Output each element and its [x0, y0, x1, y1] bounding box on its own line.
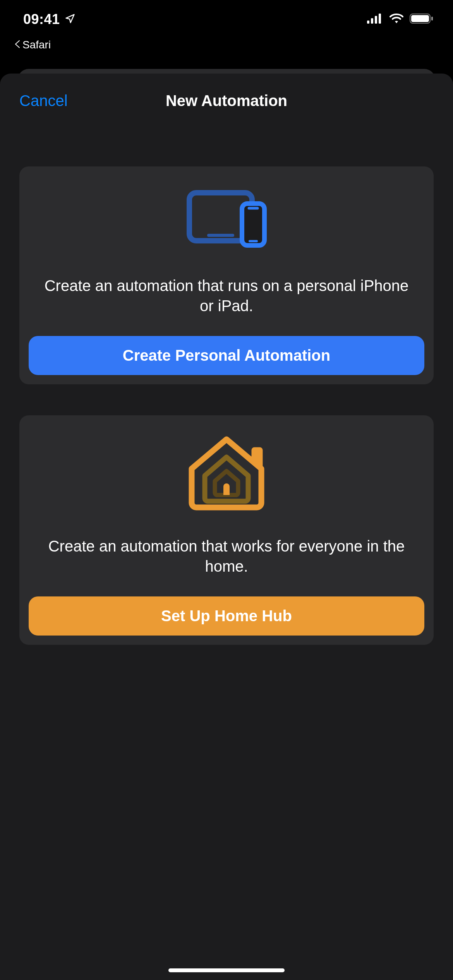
- cellular-signal-icon: [367, 14, 383, 25]
- battery-icon: [410, 13, 434, 26]
- modal-sheet: Cancel New Automation Create an automati…: [0, 74, 453, 980]
- nav-bar: Cancel New Automation: [0, 74, 453, 128]
- content-area: Create an automation that runs on a pers…: [0, 128, 453, 645]
- svg-rect-6: [431, 17, 433, 21]
- back-chevron-icon: [14, 39, 20, 51]
- svg-rect-3: [379, 14, 381, 24]
- svg-rect-2: [375, 16, 377, 24]
- svg-rect-5: [411, 15, 429, 22]
- status-bar-right: [367, 13, 434, 26]
- personal-card-description: Create an automation that runs on a pers…: [29, 276, 424, 316]
- back-to-app-label: Safari: [22, 39, 51, 51]
- page-title: New Automation: [166, 92, 287, 110]
- personal-devices-icon: [180, 185, 273, 252]
- cancel-button[interactable]: Cancel: [19, 92, 68, 110]
- svg-rect-0: [367, 21, 369, 24]
- home-automation-card: Create an automation that works for ever…: [19, 415, 434, 645]
- personal-automation-card: Create an automation that runs on a pers…: [19, 166, 434, 384]
- status-bar: 09:41: [0, 0, 453, 39]
- create-personal-automation-button[interactable]: Create Personal Automation: [29, 336, 424, 375]
- status-time: 09:41: [23, 11, 60, 27]
- home-indicator[interactable]: [168, 968, 285, 972]
- status-bar-left: 09:41: [23, 11, 76, 27]
- setup-home-hub-button[interactable]: Set Up Home Hub: [29, 596, 424, 636]
- svg-rect-1: [371, 18, 373, 24]
- svg-rect-9: [242, 204, 264, 245]
- location-arrow-icon: [65, 11, 76, 27]
- wifi-icon: [389, 13, 404, 26]
- back-to-app-button[interactable]: Safari: [0, 39, 453, 57]
- home-card-description: Create an automation that works for ever…: [29, 536, 424, 576]
- home-icon: [184, 434, 269, 513]
